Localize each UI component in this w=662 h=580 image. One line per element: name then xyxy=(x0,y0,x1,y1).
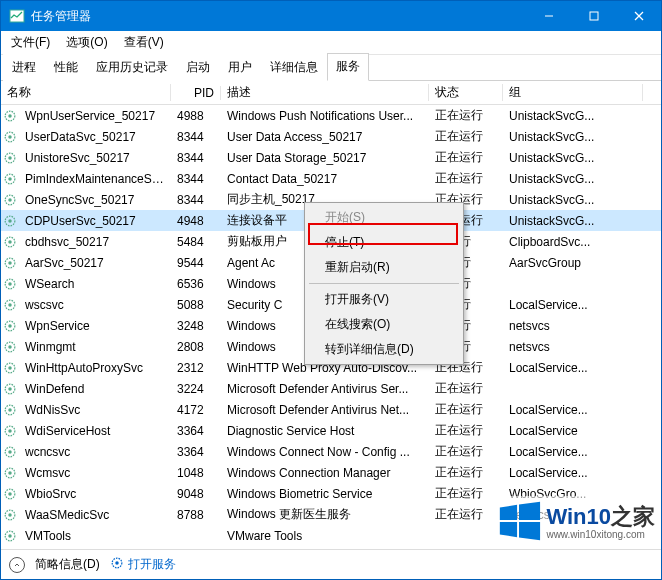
gear-icon xyxy=(1,214,19,228)
ctx-search-online[interactable]: 在线搜索(O) xyxy=(307,312,461,337)
table-row[interactable]: UserDataSvc_502178344User Data Access_50… xyxy=(1,126,661,147)
gear-icon xyxy=(1,424,19,438)
cell-group: LocalService... xyxy=(503,445,643,459)
gear-icon xyxy=(1,403,19,417)
cell-desc: User Data Access_50217 xyxy=(221,130,429,144)
cell-pid: 9544 xyxy=(171,256,221,270)
table-row[interactable]: WinDefend3224Microsoft Defender Antiviru… xyxy=(1,378,661,399)
cell-name: WinHttpAutoProxySvc xyxy=(19,361,171,375)
menu-file[interactable]: 文件(F) xyxy=(5,32,56,53)
cell-desc: Windows Push Notifications User... xyxy=(221,109,429,123)
cell-name: WaaSMedicSvc xyxy=(19,508,171,522)
menu-view[interactable]: 查看(V) xyxy=(118,32,170,53)
tab-0[interactable]: 进程 xyxy=(3,54,45,81)
table-row[interactable]: PimIndexMaintenanceSv...8344Contact Data… xyxy=(1,168,661,189)
header-name[interactable]: 名称 xyxy=(1,84,171,101)
svg-point-12 xyxy=(8,177,12,181)
expand-icon[interactable] xyxy=(9,557,25,573)
tab-5[interactable]: 详细信息 xyxy=(261,54,327,81)
gear-icon xyxy=(1,235,19,249)
ctx-open-services[interactable]: 打开服务(V) xyxy=(307,287,461,312)
cell-desc: VMware Tools xyxy=(221,529,429,543)
header-pid[interactable]: PID xyxy=(171,86,221,100)
cell-pid: 5088 xyxy=(171,298,221,312)
header-group[interactable]: 组 xyxy=(503,84,643,101)
svg-point-46 xyxy=(8,534,12,538)
cell-pid: 5484 xyxy=(171,235,221,249)
cell-pid: 8344 xyxy=(171,193,221,207)
table-row[interactable]: wcncsvc3364Windows Connect Now - Config … xyxy=(1,441,661,462)
gear-icon xyxy=(110,556,124,573)
header-desc[interactable]: 描述 xyxy=(221,84,429,101)
tab-3[interactable]: 启动 xyxy=(177,54,219,81)
brief-info-link[interactable]: 简略信息(D) xyxy=(35,556,100,573)
table-row[interactable]: WdNisSvc4172Microsoft Defender Antivirus… xyxy=(1,399,661,420)
cell-pid: 2808 xyxy=(171,340,221,354)
svg-point-44 xyxy=(8,513,12,517)
tabs: 进程性能应用历史记录启动用户详细信息服务 xyxy=(1,55,661,81)
ctx-restart[interactable]: 重新启动(R) xyxy=(307,255,461,280)
gear-icon xyxy=(1,319,19,333)
tab-2[interactable]: 应用历史记录 xyxy=(87,54,177,81)
open-services-link[interactable]: 打开服务 xyxy=(110,556,176,573)
ctx-goto-details[interactable]: 转到详细信息(D) xyxy=(307,337,461,362)
cell-status: 正在运行 xyxy=(429,401,503,418)
cell-status: 正在运行 xyxy=(429,443,503,460)
cell-name: WinDefend xyxy=(19,382,171,396)
column-headers: 名称 PID 描述 状态 组 xyxy=(1,81,661,105)
windows-logo-icon xyxy=(496,498,542,547)
table-row[interactable]: Wcmsvc1048Windows Connection Manager正在运行… xyxy=(1,462,661,483)
gear-icon xyxy=(1,298,19,312)
cell-pid: 6536 xyxy=(171,277,221,291)
table-row[interactable]: UnistoreSvc_502178344User Data Storage_5… xyxy=(1,147,661,168)
cell-pid: 2312 xyxy=(171,361,221,375)
svg-point-26 xyxy=(8,324,12,328)
context-menu: 开始(S) 停止(T) 重新启动(R) 打开服务(V) 在线搜索(O) 转到详细… xyxy=(304,202,464,365)
cell-name: UnistoreSvc_50217 xyxy=(19,151,171,165)
cell-name: OneSyncSvc_50217 xyxy=(19,193,171,207)
cell-desc: Windows Connect Now - Config ... xyxy=(221,445,429,459)
ctx-stop[interactable]: 停止(T) xyxy=(307,230,461,255)
table-row[interactable]: WpnUserService_502174988Windows Push Not… xyxy=(1,105,661,126)
svg-point-18 xyxy=(8,240,12,244)
cell-desc: Contact Data_50217 xyxy=(221,172,429,186)
ctx-start: 开始(S) xyxy=(307,205,461,230)
header-status[interactable]: 状态 xyxy=(429,84,503,101)
cell-name: PimIndexMaintenanceSv... xyxy=(19,172,171,186)
cell-name: cbdhsvc_50217 xyxy=(19,235,171,249)
cell-name: Winmgmt xyxy=(19,340,171,354)
cell-group: LocalService... xyxy=(503,466,643,480)
menu-options[interactable]: 选项(O) xyxy=(60,32,113,53)
cell-group: UnistackSvcG... xyxy=(503,193,643,207)
tab-6[interactable]: 服务 xyxy=(327,53,369,81)
cell-name: Wcmsvc xyxy=(19,466,171,480)
gear-icon xyxy=(1,172,19,186)
minimize-button[interactable] xyxy=(526,1,571,31)
cell-pid: 8344 xyxy=(171,130,221,144)
cell-name: WdNisSvc xyxy=(19,403,171,417)
gear-icon xyxy=(1,445,19,459)
watermark: Win10之家 www.win10xitong.com xyxy=(492,496,659,549)
gear-icon xyxy=(1,361,19,375)
titlebar[interactable]: 任务管理器 xyxy=(1,1,661,31)
window-title: 任务管理器 xyxy=(31,8,526,25)
cell-name: AarSvc_50217 xyxy=(19,256,171,270)
svg-point-30 xyxy=(8,366,12,370)
cell-group: AarSvcGroup xyxy=(503,256,643,270)
gear-icon xyxy=(1,487,19,501)
gear-icon xyxy=(1,109,19,123)
tab-4[interactable]: 用户 xyxy=(219,54,261,81)
cell-pid: 4948 xyxy=(171,214,221,228)
cell-desc: User Data Storage_50217 xyxy=(221,151,429,165)
tab-1[interactable]: 性能 xyxy=(45,54,87,81)
gear-icon xyxy=(1,340,19,354)
close-button[interactable] xyxy=(616,1,661,31)
cell-desc: Microsoft Defender Antivirus Ser... xyxy=(221,382,429,396)
table-row[interactable]: WdiServiceHost3364Diagnostic Service Hos… xyxy=(1,420,661,441)
app-icon xyxy=(9,8,25,24)
gear-icon xyxy=(1,529,19,543)
cell-name: WpnUserService_50217 xyxy=(19,109,171,123)
cell-status: 正在运行 xyxy=(429,380,503,397)
cell-pid: 4172 xyxy=(171,403,221,417)
maximize-button[interactable] xyxy=(571,1,616,31)
